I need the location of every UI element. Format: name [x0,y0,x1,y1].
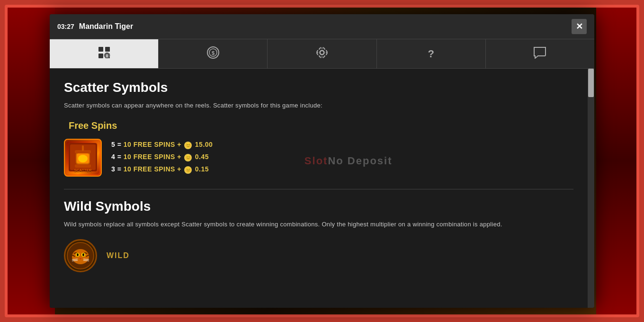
scatter-symbol-icon: SCATTER [64,139,102,177]
modal-window: 03:27 Mandarin Tiger ✕ 0 [50,14,594,308]
tab-chat[interactable] [486,39,594,68]
title-left: 03:27 Mandarin Tiger [57,22,133,31]
tab-settings[interactable] [268,39,376,68]
svg-point-26 [82,253,84,256]
wild-label: WILD [107,251,130,260]
scatter-icon-text: SCATTER [66,141,99,175]
coin-icon-3: 😊 [184,166,192,174]
spin-line-3: 3 = 10 FREE SPINS + 😊 0.15 [111,165,213,174]
svg-text:$: $ [212,50,215,56]
gear-icon [315,46,329,62]
content-area: Scatter Symbols Scatter symbols can appe… [50,69,594,308]
tab-bar: 0 $ [50,39,594,69]
bets-icon: $ [206,46,220,62]
svg-rect-1 [105,47,110,52]
title-bar: 03:27 Mandarin Tiger ✕ [50,14,594,39]
tab-bets[interactable]: $ [159,39,268,68]
scatter-description: Scatter symbols can appear anywhere on t… [64,101,573,111]
game-title: Mandarin Tiger [79,22,133,31]
svg-rect-18 [82,145,84,151]
time-display: 03:27 [57,23,74,30]
scatter-title: Scatter Symbols [64,80,573,95]
wild-row: WILD [64,239,573,272]
wild-description: Wild symbols replace all symbols except … [64,220,573,230]
svg-text:SCATTER: SCATTER [74,168,91,172]
svg-point-25 [77,253,79,256]
coin-icon-5: 😊 [184,142,192,149]
spins-list: 5 = 10 FREE SPINS + 😊 15.00 4 = 10 FREE … [111,139,213,178]
chat-icon [533,46,546,61]
tab-help[interactable]: ? [377,39,486,68]
svg-point-15 [78,155,88,162]
spins-row: SCATTER 5 = 10 FREE SPINS + 😊 15.00 [64,139,573,178]
close-button[interactable]: ✕ [572,19,587,34]
svg-rect-17 [75,164,91,168]
scroll-content[interactable]: Scatter Symbols Scatter symbols can appe… [50,69,588,308]
wild-symbol-icon [64,239,97,272]
scrollbar-track[interactable] [588,69,594,308]
paytable-icon: 0 [98,46,111,62]
outer-border: 03:27 Mandarin Tiger ✕ 0 [5,5,639,317]
coin-icon-4: 😊 [184,154,192,161]
free-spins-subtitle: Free Spins [64,120,573,131]
bg-right [596,8,636,314]
tab-paytable[interactable]: 0 [50,39,159,68]
bg-left [8,8,55,314]
spin-line-5: 5 = 10 FREE SPINS + 😊 15.00 [111,141,213,149]
wild-title: Wild Symbols [64,199,573,214]
scrollbar-thumb[interactable] [588,69,594,97]
help-icon: ? [428,48,434,60]
svg-rect-0 [98,47,103,52]
svg-rect-2 [98,54,103,58]
spin-line-4: 4 = 10 FREE SPINS + 😊 0.45 [111,153,213,161]
section-divider [64,189,573,189]
svg-text:0: 0 [106,54,108,58]
